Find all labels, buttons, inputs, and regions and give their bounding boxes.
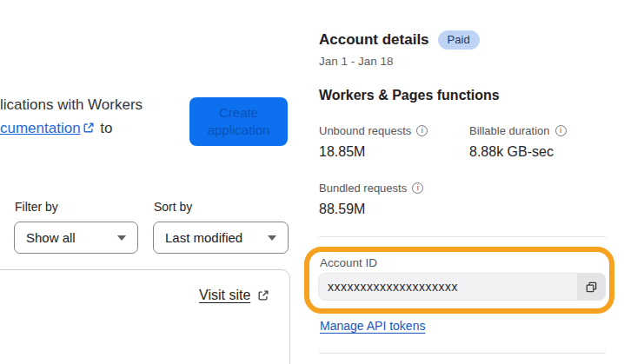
intro-paragraph: lications with Workers cumentation to (0, 93, 187, 140)
account-details-header: Account details Paid (319, 30, 480, 50)
visit-site-label: Visit site (199, 288, 250, 303)
external-link-icon (83, 122, 95, 134)
project-card (0, 269, 290, 364)
copy-icon (585, 281, 598, 294)
info-icon[interactable]: i (412, 182, 423, 194)
divider (319, 236, 606, 237)
divider (319, 353, 606, 354)
paid-badge: Paid (438, 30, 480, 50)
account-details-title: Account details (319, 31, 429, 49)
documentation-link[interactable]: cumentation (0, 120, 81, 136)
stat-billable-value: 8.88k GB-sec (469, 144, 567, 160)
external-link-icon (257, 289, 269, 301)
account-id-field (318, 273, 606, 301)
workers-pages-dashboard: lications with Workers cumentation to Cr… (0, 0, 624, 364)
chevron-down-icon (268, 235, 276, 241)
sort-by-label: Sort by (154, 200, 192, 214)
stat-unbound-label: Unbound requests (319, 124, 411, 137)
manage-api-tokens-link[interactable]: Manage API tokens (320, 319, 425, 333)
visit-site-link[interactable]: Visit site (199, 288, 271, 303)
sort-dropdown[interactable]: Last modified (153, 222, 289, 254)
stat-billable-duration: Billable duration i 8.88k GB-sec (469, 124, 567, 160)
stat-bundled-requests: Bundled requests i 88.59M (319, 182, 423, 217)
intro-after-link: to (100, 120, 112, 136)
sort-dropdown-value: Last modified (165, 230, 242, 245)
stat-bundled-label: Bundled requests (319, 182, 407, 195)
stat-billable-label: Billable duration (469, 124, 550, 137)
info-icon[interactable]: i (416, 125, 428, 136)
stat-unbound-value: 18.85M (319, 144, 428, 160)
filter-by-label: Filter by (15, 200, 58, 214)
create-application-button[interactable]: Create application (189, 97, 288, 146)
stat-bundled-value: 88.59M (319, 202, 423, 217)
account-id-input[interactable] (319, 274, 576, 300)
workers-pages-functions-title: Workers & Pages functions (319, 88, 500, 103)
filter-dropdown[interactable]: Show all (14, 222, 138, 254)
account-id-label: Account ID (320, 256, 377, 269)
stat-unbound-requests: Unbound requests i 18.85M (319, 124, 428, 160)
copy-account-id-button[interactable] (577, 273, 606, 301)
chevron-down-icon (117, 235, 126, 241)
date-range: Jan 1 - Jan 18 (319, 55, 394, 68)
filter-dropdown-value: Show all (26, 230, 76, 245)
info-icon[interactable]: i (555, 125, 567, 136)
intro-line1: lications with Workers (0, 96, 143, 113)
